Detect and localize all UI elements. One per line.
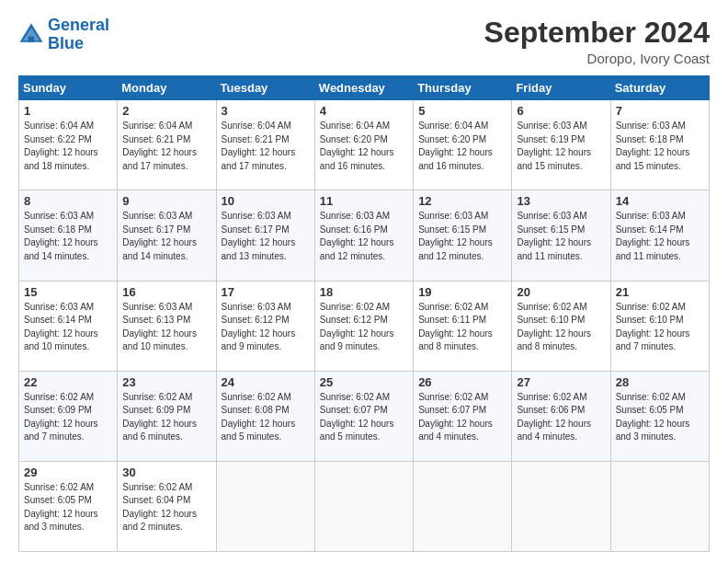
day-info: Sunrise: 6:03 AM Sunset: 6:18 PM Dayligh… xyxy=(24,210,112,263)
table-row: 15Sunrise: 6:03 AM Sunset: 6:14 PM Dayli… xyxy=(19,281,118,371)
col-wednesday: Wednesday xyxy=(314,76,413,100)
day-info: Sunrise: 6:02 AM Sunset: 6:12 PM Dayligh… xyxy=(320,301,408,354)
table-row: 23Sunrise: 6:02 AM Sunset: 6:09 PM Dayli… xyxy=(118,371,216,461)
day-info: Sunrise: 6:02 AM Sunset: 6:05 PM Dayligh… xyxy=(24,481,112,534)
day-number: 6 xyxy=(517,104,605,118)
calendar-header-row: Sunday Monday Tuesday Wednesday Thursday… xyxy=(19,76,710,100)
table-row xyxy=(216,461,314,551)
calendar-week-row: 22Sunrise: 6:02 AM Sunset: 6:09 PM Dayli… xyxy=(19,371,710,461)
table-row: 27Sunrise: 6:02 AM Sunset: 6:06 PM Dayli… xyxy=(512,371,610,461)
calendar-week-row: 8Sunrise: 6:03 AM Sunset: 6:18 PM Daylig… xyxy=(19,190,710,281)
day-info: Sunrise: 6:02 AM Sunset: 6:05 PM Dayligh… xyxy=(616,391,704,444)
table-row: 17Sunrise: 6:03 AM Sunset: 6:12 PM Dayli… xyxy=(216,281,314,371)
table-row: 1Sunrise: 6:04 AM Sunset: 6:22 PM Daylig… xyxy=(19,100,118,190)
table-row: 18Sunrise: 6:02 AM Sunset: 6:12 PM Dayli… xyxy=(314,281,413,371)
day-info: Sunrise: 6:04 AM Sunset: 6:22 PM Dayligh… xyxy=(24,120,112,173)
day-info: Sunrise: 6:03 AM Sunset: 6:15 PM Dayligh… xyxy=(418,210,506,263)
day-number: 5 xyxy=(418,104,506,118)
day-number: 13 xyxy=(517,194,605,208)
day-info: Sunrise: 6:03 AM Sunset: 6:15 PM Dayligh… xyxy=(517,210,605,263)
day-number: 29 xyxy=(24,465,112,479)
day-info: Sunrise: 6:02 AM Sunset: 6:08 PM Dayligh… xyxy=(222,391,310,444)
table-row: 19Sunrise: 6:02 AM Sunset: 6:11 PM Dayli… xyxy=(414,281,512,371)
day-info: Sunrise: 6:03 AM Sunset: 6:14 PM Dayligh… xyxy=(616,210,704,263)
table-row: 10Sunrise: 6:03 AM Sunset: 6:17 PM Dayli… xyxy=(216,190,314,281)
table-row: 28Sunrise: 6:02 AM Sunset: 6:05 PM Dayli… xyxy=(610,371,709,461)
table-row: 13Sunrise: 6:03 AM Sunset: 6:15 PM Dayli… xyxy=(512,190,610,281)
table-row: 12Sunrise: 6:03 AM Sunset: 6:15 PM Dayli… xyxy=(414,190,512,281)
table-row: 6Sunrise: 6:03 AM Sunset: 6:19 PM Daylig… xyxy=(512,100,610,190)
table-row xyxy=(414,461,512,551)
table-row: 20Sunrise: 6:02 AM Sunset: 6:10 PM Dayli… xyxy=(512,281,610,371)
day-info: Sunrise: 6:02 AM Sunset: 6:07 PM Dayligh… xyxy=(418,391,506,444)
day-info: Sunrise: 6:03 AM Sunset: 6:13 PM Dayligh… xyxy=(122,301,210,354)
day-number: 2 xyxy=(122,104,210,118)
col-saturday: Saturday xyxy=(610,76,709,100)
calendar-week-row: 15Sunrise: 6:03 AM Sunset: 6:14 PM Dayli… xyxy=(19,281,710,371)
table-row: 26Sunrise: 6:02 AM Sunset: 6:07 PM Dayli… xyxy=(414,371,512,461)
day-info: Sunrise: 6:04 AM Sunset: 6:20 PM Dayligh… xyxy=(320,120,408,173)
day-info: Sunrise: 6:04 AM Sunset: 6:21 PM Dayligh… xyxy=(222,120,310,173)
logo: General Blue xyxy=(18,17,109,53)
day-number: 16 xyxy=(122,285,210,299)
col-friday: Friday xyxy=(512,76,610,100)
day-number: 14 xyxy=(616,194,704,208)
logo-icon xyxy=(18,22,44,48)
day-number: 20 xyxy=(517,285,605,299)
month-title: September 2024 xyxy=(484,17,710,49)
table-row: 4Sunrise: 6:04 AM Sunset: 6:20 PM Daylig… xyxy=(314,100,413,190)
table-row: 14Sunrise: 6:03 AM Sunset: 6:14 PM Dayli… xyxy=(610,190,709,281)
day-number: 22 xyxy=(24,375,112,389)
day-info: Sunrise: 6:04 AM Sunset: 6:21 PM Dayligh… xyxy=(122,120,210,173)
table-row: 30Sunrise: 6:02 AM Sunset: 6:04 PM Dayli… xyxy=(118,461,216,551)
day-number: 4 xyxy=(320,104,408,118)
day-number: 11 xyxy=(320,194,408,208)
col-thursday: Thursday xyxy=(414,76,512,100)
day-number: 17 xyxy=(222,285,310,299)
page: General Blue September 2024 Doropo, Ivor… xyxy=(0,0,728,563)
day-info: Sunrise: 6:02 AM Sunset: 6:11 PM Dayligh… xyxy=(418,301,506,354)
day-number: 25 xyxy=(320,375,408,389)
day-number: 23 xyxy=(122,375,210,389)
day-number: 28 xyxy=(616,375,704,389)
col-tuesday: Tuesday xyxy=(216,76,314,100)
table-row: 2Sunrise: 6:04 AM Sunset: 6:21 PM Daylig… xyxy=(118,100,216,190)
table-row: 3Sunrise: 6:04 AM Sunset: 6:21 PM Daylig… xyxy=(216,100,314,190)
col-monday: Monday xyxy=(118,76,216,100)
table-row: 16Sunrise: 6:03 AM Sunset: 6:13 PM Dayli… xyxy=(118,281,216,371)
day-number: 21 xyxy=(616,285,704,299)
day-number: 15 xyxy=(24,285,112,299)
day-info: Sunrise: 6:03 AM Sunset: 6:17 PM Dayligh… xyxy=(222,210,310,263)
calendar: Sunday Monday Tuesday Wednesday Thursday… xyxy=(18,75,710,552)
day-info: Sunrise: 6:02 AM Sunset: 6:09 PM Dayligh… xyxy=(24,391,112,444)
table-row xyxy=(314,461,413,551)
day-info: Sunrise: 6:03 AM Sunset: 6:17 PM Dayligh… xyxy=(122,210,210,263)
table-row: 5Sunrise: 6:04 AM Sunset: 6:20 PM Daylig… xyxy=(414,100,512,190)
logo-text: General Blue xyxy=(48,17,109,53)
day-number: 24 xyxy=(222,375,310,389)
day-info: Sunrise: 6:04 AM Sunset: 6:20 PM Dayligh… xyxy=(418,120,506,173)
table-row: 25Sunrise: 6:02 AM Sunset: 6:07 PM Dayli… xyxy=(314,371,413,461)
day-info: Sunrise: 6:02 AM Sunset: 6:06 PM Dayligh… xyxy=(517,391,605,444)
header: General Blue September 2024 Doropo, Ivor… xyxy=(18,17,710,66)
day-number: 27 xyxy=(517,375,605,389)
day-info: Sunrise: 6:03 AM Sunset: 6:16 PM Dayligh… xyxy=(320,210,408,263)
table-row: 9Sunrise: 6:03 AM Sunset: 6:17 PM Daylig… xyxy=(118,190,216,281)
day-number: 19 xyxy=(418,285,506,299)
day-info: Sunrise: 6:02 AM Sunset: 6:10 PM Dayligh… xyxy=(517,301,605,354)
day-info: Sunrise: 6:03 AM Sunset: 6:18 PM Dayligh… xyxy=(616,120,704,173)
day-number: 18 xyxy=(320,285,408,299)
table-row: 21Sunrise: 6:02 AM Sunset: 6:10 PM Dayli… xyxy=(610,281,709,371)
day-info: Sunrise: 6:03 AM Sunset: 6:19 PM Dayligh… xyxy=(517,120,605,173)
day-number: 10 xyxy=(222,194,310,208)
calendar-week-row: 29Sunrise: 6:02 AM Sunset: 6:05 PM Dayli… xyxy=(19,461,710,551)
table-row: 7Sunrise: 6:03 AM Sunset: 6:18 PM Daylig… xyxy=(610,100,709,190)
title-block: September 2024 Doropo, Ivory Coast xyxy=(484,17,710,66)
day-number: 8 xyxy=(24,194,112,208)
table-row: 8Sunrise: 6:03 AM Sunset: 6:18 PM Daylig… xyxy=(19,190,118,281)
day-info: Sunrise: 6:02 AM Sunset: 6:09 PM Dayligh… xyxy=(122,391,210,444)
day-info: Sunrise: 6:03 AM Sunset: 6:14 PM Dayligh… xyxy=(24,301,112,354)
day-number: 12 xyxy=(418,194,506,208)
table-row: 29Sunrise: 6:02 AM Sunset: 6:05 PM Dayli… xyxy=(19,461,118,551)
table-row: 11Sunrise: 6:03 AM Sunset: 6:16 PM Dayli… xyxy=(314,190,413,281)
